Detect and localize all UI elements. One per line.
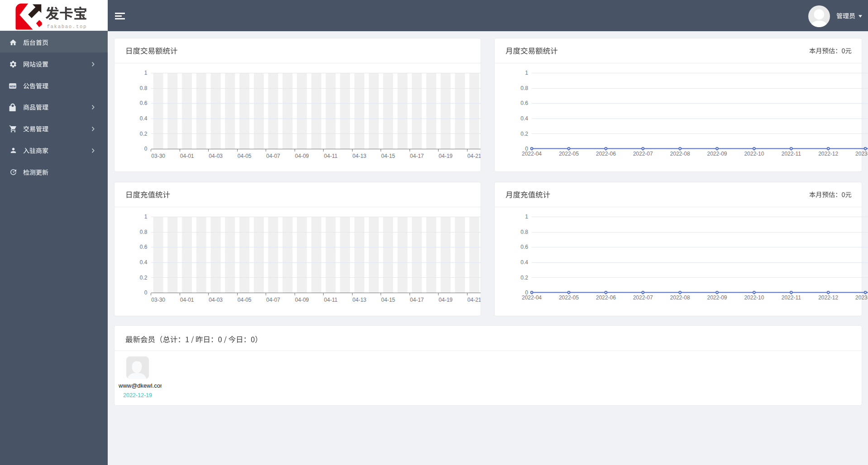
svg-text:0.4: 0.4 <box>520 115 528 122</box>
svg-text:2022-11: 2022-11 <box>782 151 801 157</box>
svg-text:2022-04: 2022-04 <box>522 151 542 157</box>
svg-text:0.6: 0.6 <box>520 244 528 250</box>
svg-text:04-19: 04-19 <box>439 153 453 159</box>
svg-text:0.2: 0.2 <box>520 275 528 281</box>
svg-text:2023-01: 2023-01 <box>855 151 868 157</box>
svg-text:2023-01: 2023-01 <box>855 294 868 301</box>
svg-text:04-03: 04-03 <box>209 297 223 303</box>
svg-text:0.8: 0.8 <box>520 229 528 235</box>
svg-text:2022-06: 2022-06 <box>596 151 616 157</box>
svg-text:2022-07: 2022-07 <box>633 151 653 157</box>
svg-text:04-13: 04-13 <box>353 297 367 303</box>
svg-text:2022-05: 2022-05 <box>559 294 579 301</box>
svg-text:04-09: 04-09 <box>295 153 309 159</box>
svg-text:04-21: 04-21 <box>467 153 481 159</box>
svg-text:1: 1 <box>144 214 148 220</box>
svg-text:2022-10: 2022-10 <box>744 151 764 157</box>
svg-text:1: 1 <box>525 214 528 220</box>
svg-text:03-30: 03-30 <box>151 153 165 159</box>
svg-text:04-07: 04-07 <box>266 153 280 159</box>
svg-text:04-21: 04-21 <box>467 297 481 303</box>
svg-text:04-19: 04-19 <box>439 297 453 303</box>
svg-text:2022-07: 2022-07 <box>633 294 653 301</box>
svg-text:2022-09: 2022-09 <box>707 151 727 157</box>
svg-text:0.4: 0.4 <box>140 259 148 266</box>
svg-text:2022-12: 2022-12 <box>818 151 838 157</box>
svg-text:04-11: 04-11 <box>324 153 338 159</box>
svg-text:2022-11: 2022-11 <box>782 294 801 301</box>
svg-text:0.6: 0.6 <box>140 100 148 106</box>
svg-text:2022-09: 2022-09 <box>707 294 727 301</box>
svg-text:0.8: 0.8 <box>140 85 148 91</box>
svg-text:2022-12: 2022-12 <box>818 294 838 301</box>
svg-text:04-05: 04-05 <box>238 297 252 303</box>
svg-text:04-15: 04-15 <box>381 153 395 159</box>
svg-text:04-01: 04-01 <box>180 153 194 159</box>
svg-text:04-05: 04-05 <box>238 153 252 159</box>
svg-text:0.4: 0.4 <box>140 115 148 122</box>
svg-text:2022-10: 2022-10 <box>744 294 764 301</box>
svg-text:2022-08: 2022-08 <box>670 151 690 157</box>
svg-text:1: 1 <box>144 70 148 76</box>
svg-text:04-09: 04-09 <box>295 297 309 303</box>
svg-text:0: 0 <box>144 289 148 296</box>
svg-text:1: 1 <box>525 70 528 76</box>
svg-text:04-01: 04-01 <box>180 297 194 303</box>
svg-text:04-11: 04-11 <box>324 297 338 303</box>
svg-text:0.6: 0.6 <box>520 100 528 106</box>
svg-text:0.4: 0.4 <box>520 259 528 266</box>
svg-text:2022-08: 2022-08 <box>670 294 690 301</box>
svg-text:0.2: 0.2 <box>140 275 148 281</box>
svg-text:0: 0 <box>144 146 148 152</box>
svg-text:0.2: 0.2 <box>140 131 148 137</box>
svg-text:2022-06: 2022-06 <box>596 294 616 301</box>
svg-text:04-15: 04-15 <box>381 297 395 303</box>
svg-text:03-30: 03-30 <box>151 297 165 303</box>
svg-text:2022-05: 2022-05 <box>559 151 579 157</box>
svg-text:0.8: 0.8 <box>520 85 528 91</box>
svg-text:0.2: 0.2 <box>520 131 528 137</box>
svg-text:0.8: 0.8 <box>140 229 148 235</box>
svg-text:2022-04: 2022-04 <box>522 294 542 301</box>
svg-text:04-07: 04-07 <box>266 297 280 303</box>
svg-text:04-03: 04-03 <box>209 153 223 159</box>
svg-text:04-13: 04-13 <box>353 153 367 159</box>
svg-text:NEW: NEW <box>10 85 16 87</box>
svg-text:04-17: 04-17 <box>410 297 424 303</box>
svg-text:0.6: 0.6 <box>140 244 148 250</box>
svg-text:04-17: 04-17 <box>410 153 424 159</box>
